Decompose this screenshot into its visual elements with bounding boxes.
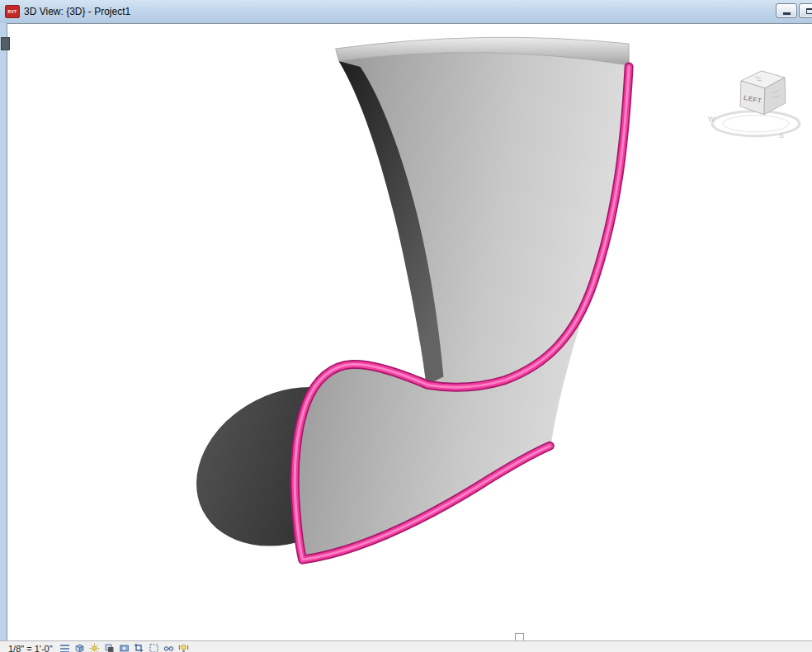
detail-level-icon[interactable]: [59, 643, 70, 652]
rvt-icon-label: RVT: [8, 9, 17, 14]
minimize-button[interactable]: [776, 3, 797, 18]
crop-region-icon[interactable]: [149, 643, 159, 652]
revit-3d-view-window: RVT 3D View: {3D} - Project1: [0, 0, 812, 652]
left-edge-grip[interactable]: [1, 37, 10, 50]
visual-style-icon[interactable]: [74, 643, 85, 652]
compass-south-label[interactable]: S: [779, 131, 784, 139]
maximize-icon: [806, 8, 812, 14]
mass-surface[interactable]: [296, 53, 629, 560]
shadows-icon[interactable]: [104, 643, 115, 652]
maximize-button[interactable]: [799, 3, 812, 18]
window-title: 3D View: {3D} - Project1: [24, 6, 130, 17]
rvt-document-icon: RVT: [5, 5, 20, 18]
sun-path-icon[interactable]: [89, 643, 100, 652]
model-viewport: W S LEFT: [7, 24, 812, 640]
viewcube-compass-inner-ring: [723, 116, 789, 132]
viewcube[interactable]: W S LEFT: [708, 71, 800, 139]
window-titlebar[interactable]: RVT 3D View: {3D} - Project1: [0, 0, 812, 23]
rendering-dialog-icon[interactable]: [119, 643, 130, 652]
view-control-icons: [59, 643, 189, 652]
selection-box: [515, 633, 524, 640]
view-control-bar: 1/8" = 1'-0": [0, 640, 812, 652]
hide-isolate-icon[interactable]: [163, 643, 174, 652]
reveal-hidden-icon[interactable]: [178, 643, 189, 652]
crop-view-icon[interactable]: [134, 643, 144, 652]
scale-control[interactable]: 1/8" = 1'-0": [8, 641, 53, 652]
drawing-area[interactable]: W S LEFT: [7, 23, 812, 640]
window-controls: [776, 3, 812, 18]
compass-west-label[interactable]: W: [708, 115, 715, 123]
minimize-icon: [783, 12, 791, 15]
